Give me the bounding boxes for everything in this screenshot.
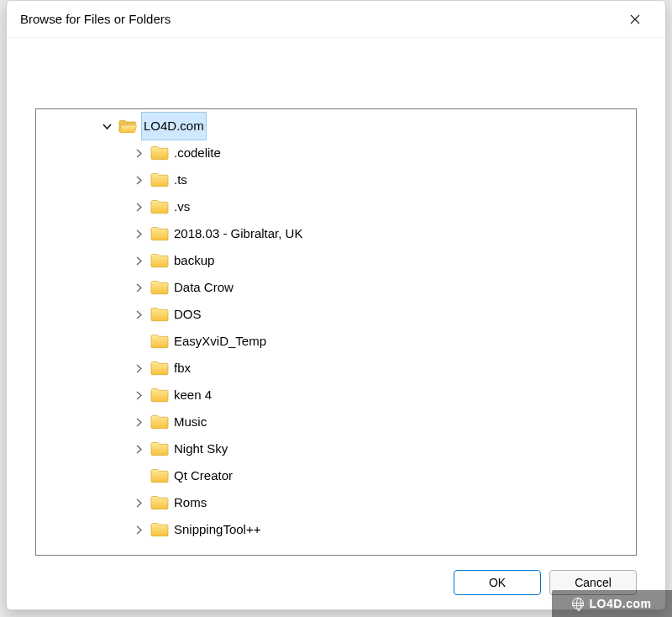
folder-icon: [150, 251, 169, 270]
dialog-title: Browse for Files or Folders: [20, 12, 617, 26]
watermark-text: LO4D.com: [589, 590, 651, 617]
button-label: OK: [489, 576, 506, 589]
watermark: LO4D.com: [552, 590, 672, 617]
tree-item-label: Qt Creator: [174, 462, 233, 489]
chevron-right-icon[interactable]: [132, 173, 145, 187]
close-icon: [630, 14, 640, 24]
tree-item-label: 2018.03 - Gibraltar, UK: [174, 220, 302, 247]
tree-row[interactable]: fbx: [36, 355, 636, 382]
tree-item-label: Night Sky: [174, 435, 228, 462]
chevron-right-icon[interactable]: [132, 361, 145, 375]
tree-row[interactable]: Music: [36, 409, 636, 435]
tree-row[interactable]: DOS: [36, 301, 636, 328]
chevron-right-icon[interactable]: [132, 227, 145, 240]
tree-item-label: DOS: [174, 301, 202, 328]
chevron-right-icon[interactable]: [132, 281, 145, 294]
chevron-right-icon[interactable]: [132, 308, 145, 321]
tree-row[interactable]: SnippingTool++: [36, 516, 636, 543]
tree-item-label: LO4D.com: [142, 113, 206, 140]
folder-icon: [150, 413, 169, 431]
tree-item-label: .vs: [174, 193, 190, 220]
tree-row[interactable]: .ts: [36, 166, 636, 193]
folder-icon: [150, 224, 169, 243]
folder-open-icon: [118, 117, 137, 135]
folder-icon: [150, 386, 169, 404]
tree-item-label: .codelite: [174, 140, 221, 166]
tree-row[interactable]: .codelite: [36, 140, 636, 166]
browse-dialog: Browse for Files or Folders LO4D.com .: [6, 0, 666, 610]
ok-button[interactable]: OK: [454, 570, 541, 595]
close-button[interactable]: [617, 4, 654, 34]
folder-tree[interactable]: LO4D.com .codelite.ts.vs2018.03 - Gibral…: [35, 108, 637, 556]
tree-item-label: keen 4: [174, 382, 212, 409]
tree-item-label: SnippingTool++: [174, 516, 260, 543]
folder-icon: [150, 493, 169, 512]
tree-item-label: Roms: [174, 489, 207, 516]
tree-item-label: EasyXviD_Temp: [174, 328, 266, 355]
tree-item-label: Music: [174, 409, 207, 435]
chevron-right-icon[interactable]: [132, 200, 145, 214]
tree-row[interactable]: keen 4: [36, 382, 636, 409]
button-label: Cancel: [575, 576, 612, 589]
dialog-body: LO4D.com .codelite.ts.vs2018.03 - Gibral…: [7, 38, 665, 556]
chevron-right-icon[interactable]: [132, 388, 145, 402]
folder-icon: [150, 278, 169, 297]
chevron-down-icon[interactable]: [100, 119, 113, 133]
tree-item-label: fbx: [174, 355, 191, 382]
chevron-right-icon[interactable]: [132, 496, 145, 509]
tree-row[interactable]: 2018.03 - Gibraltar, UK: [36, 220, 636, 247]
globe-icon: [572, 598, 584, 609]
chevron-right-icon[interactable]: [132, 146, 145, 160]
chevron-right-icon[interactable]: [132, 523, 145, 536]
tree-row[interactable]: .vs: [36, 193, 636, 220]
title-bar: Browse for Files or Folders: [7, 1, 665, 38]
chevron-right-icon[interactable]: [132, 415, 145, 429]
tree-row[interactable]: backup: [36, 247, 636, 274]
folder-icon: [150, 359, 169, 377]
tree-row[interactable]: EasyXviD_Temp: [36, 328, 636, 355]
tree-row[interactable]: Qt Creator: [36, 462, 636, 489]
chevron-right-icon[interactable]: [132, 254, 145, 267]
tree-row[interactable]: Roms: [36, 489, 636, 516]
tree-row[interactable]: Night Sky: [36, 435, 636, 462]
chevron-right-icon[interactable]: [132, 442, 145, 456]
folder-icon: [150, 332, 169, 351]
tree-item-label: Data Crow: [174, 274, 234, 301]
folder-icon: [150, 305, 169, 324]
folder-icon: [150, 520, 169, 539]
folder-icon: [150, 198, 169, 216]
folder-icon: [150, 467, 169, 485]
folder-icon: [150, 440, 169, 458]
tree-item-label: .ts: [174, 166, 187, 193]
tree-row-root[interactable]: LO4D.com: [36, 113, 636, 140]
folder-icon: [150, 171, 169, 189]
tree-item-label: backup: [174, 247, 214, 274]
tree-row[interactable]: Data Crow: [36, 274, 636, 301]
folder-icon: [150, 144, 169, 162]
